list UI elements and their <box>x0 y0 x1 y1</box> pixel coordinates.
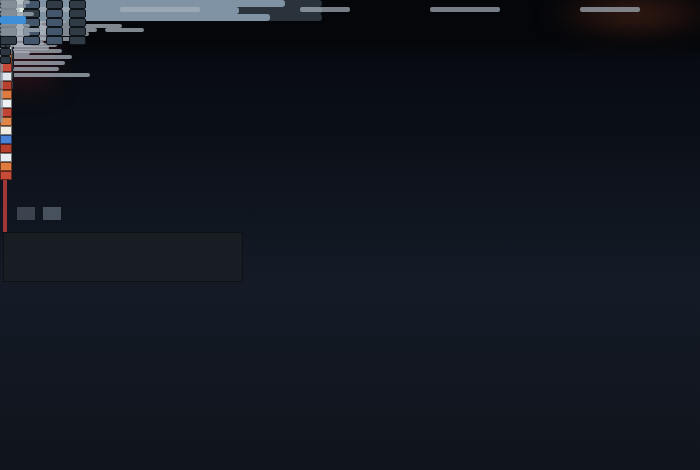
color-swatch[interactable] <box>0 144 12 153</box>
effects-toolbar-button[interactable] <box>0 48 11 56</box>
mixer-button[interactable] <box>0 36 17 45</box>
mixer-button[interactable] <box>23 36 40 45</box>
wall <box>0 48 106 348</box>
effects-toolbar-button[interactable] <box>0 56 11 64</box>
sequence-tab-blob[interactable] <box>430 7 500 12</box>
bin-item-label-blob <box>12 61 65 65</box>
mixer-button[interactable] <box>46 0 63 9</box>
mixer-row <box>0 36 86 45</box>
mixer-button[interactable] <box>69 9 86 18</box>
mixer-button[interactable] <box>69 18 86 27</box>
source-lower-area <box>3 232 243 282</box>
status-bar <box>0 0 46 36</box>
bin-item-label-blob <box>12 49 62 53</box>
bin-item-label-blob <box>12 55 72 59</box>
mixer-button[interactable] <box>46 9 63 18</box>
sequence-tab-blob[interactable] <box>120 7 200 12</box>
mixer-button[interactable] <box>46 27 63 36</box>
bin-thumb[interactable] <box>42 206 62 221</box>
color-swatch[interactable] <box>0 126 12 135</box>
effects-value-blob <box>105 28 144 32</box>
photo-scene <box>0 0 700 470</box>
mixer-button[interactable] <box>69 36 86 45</box>
color-swatch[interactable] <box>0 171 12 180</box>
mixer-button[interactable] <box>46 18 63 27</box>
mixer-button[interactable] <box>69 0 86 9</box>
status-badge[interactable] <box>0 16 26 24</box>
mixer-button[interactable] <box>46 36 63 45</box>
bin-thumb[interactable] <box>16 206 36 221</box>
color-swatch[interactable] <box>0 135 12 144</box>
color-swatch[interactable] <box>0 153 12 162</box>
bin-item-label-blob <box>12 67 59 71</box>
status-item-blob <box>0 32 30 36</box>
mixer-button[interactable] <box>69 27 86 36</box>
vertical-label-blob <box>0 89 3 123</box>
room-warm-blur <box>545 0 700 40</box>
bin-item-label-blob <box>12 73 90 77</box>
color-swatch[interactable] <box>0 162 12 171</box>
sequence-tab-blob[interactable] <box>300 7 350 12</box>
sequence-tab-blob[interactable] <box>580 7 640 12</box>
